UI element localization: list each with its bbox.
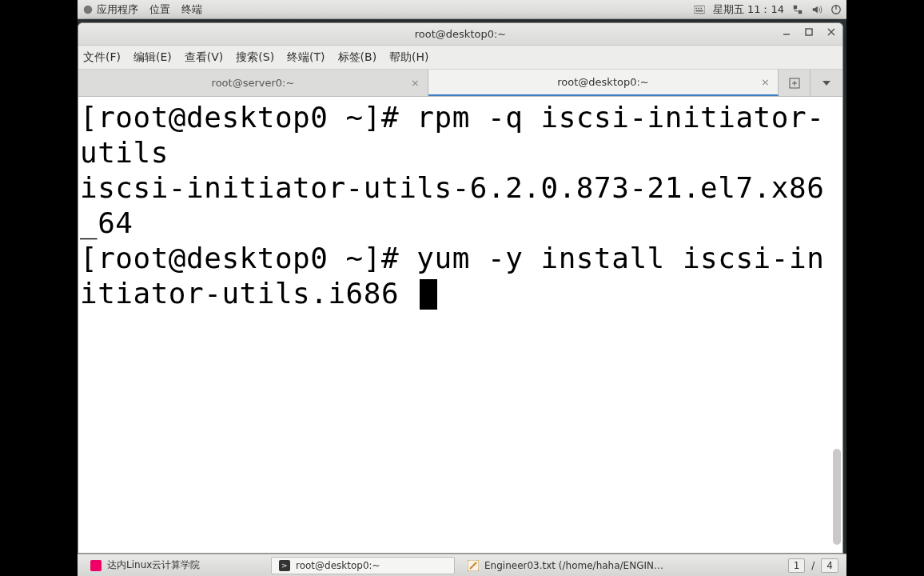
svg-rect-2 [695,7,697,9]
svg-text:>: > [281,562,288,570]
menu-file[interactable]: 文件(F) [83,50,121,65]
menu-search[interactable]: 搜索(S) [236,50,274,65]
applications-label: 应用程序 [97,2,138,17]
menu-view[interactable]: 查看(V) [185,50,224,65]
taskbar-item-label: Engineer03.txt (/home/haha/ENGIN… [484,560,663,571]
applications-menu[interactable]: 应用程序 [82,2,138,17]
network-icon[interactable] [792,4,803,15]
tab-desktop0[interactable]: root@desktop0:~ × [428,70,779,96]
close-button[interactable] [825,26,838,38]
svg-rect-6 [794,5,797,8]
svg-rect-7 [799,10,802,13]
keyboard-icon[interactable] [694,4,705,15]
terminal-cursor [420,279,437,310]
menu-tabs[interactable]: 标签(B) [338,50,377,65]
clock-label[interactable]: 星期五 11：14 [713,2,784,17]
terminal-shortcut-label: 终端 [181,2,202,17]
tab-close-icon[interactable]: × [411,77,420,89]
svg-rect-4 [700,7,702,9]
svg-rect-5 [695,10,703,11]
taskbar-item[interactable]: > root@desktop0:~ [271,557,455,574]
taskbar-item-label: root@desktop0:~ [296,560,380,571]
taskbar-item[interactable]: 达内Linux云计算学院 [82,557,266,574]
workspace-pager[interactable]: 1 / 4 [788,558,842,573]
menu-terminal[interactable]: 终端(T) [287,50,325,65]
power-icon[interactable] [830,4,842,15]
svg-rect-3 [698,7,699,9]
tab-label: root@desktop0:~ [557,76,648,88]
svg-rect-1 [694,6,705,13]
svg-point-0 [84,5,93,14]
gnome-foot-icon [82,4,94,15]
tab-label: root@server0:~ [212,77,295,89]
taskbar-item[interactable]: Engineer03.txt (/home/haha/ENGIN… [460,557,671,574]
new-tab-button[interactable] [779,70,810,96]
maximize-button[interactable] [803,26,815,38]
places-menu[interactable]: 位置 [149,2,170,17]
tab-close-icon[interactable]: × [761,76,770,88]
window-title: root@desktop0:~ [415,28,506,40]
desktop-root: 应用程序 位置 终端 星期五 11：14 [78,0,846,576]
tab-server0[interactable]: root@server0:~ × [78,70,428,96]
taskbar-item-label: 达内Linux云计算学院 [107,558,200,572]
terminal-icon: > [278,559,291,572]
volume-icon[interactable] [811,4,822,15]
menu-help[interactable]: 帮助(H) [389,50,428,65]
places-label: 位置 [149,2,170,17]
svg-rect-17 [90,560,102,571]
text-editor-icon [467,559,480,572]
top-panel: 应用程序 位置 终端 星期五 11：14 [78,0,846,19]
app-icon [90,559,102,572]
terminal-line: [root@desktop0 ~]# rpm -q iscsi-initiato… [80,100,841,170]
terminal-window: root@desktop0:~ 文件(F) 编辑(E) 查看(V) 搜索(S) … [78,22,843,554]
svg-rect-11 [806,29,812,35]
tab-dropdown-button[interactable] [810,70,842,96]
scrollbar-thumb[interactable] [833,449,841,545]
terminal-shortcut[interactable]: 终端 [181,2,202,17]
titlebar[interactable]: root@desktop0:~ [78,23,842,46]
terminal-content[interactable]: [root@desktop0 ~]# rpm -q iscsi-initiato… [78,97,842,553]
minimize-button[interactable] [780,26,793,38]
terminal-line: [root@desktop0 ~]# yum -y install iscsi-… [80,241,841,311]
pager-sep: / [811,560,814,571]
tabbar: root@server0:~ × root@desktop0:~ × [78,70,842,97]
pager-current[interactable]: 1 [788,558,806,573]
pager-total[interactable]: 4 [821,558,838,573]
vertical-scrollbar[interactable] [833,105,841,545]
menu-edit[interactable]: 编辑(E) [133,50,172,65]
terminal-line: iscsi-initiator-utils-6.2.0.873-21.el7.x… [80,170,841,241]
bottom-taskbar: 达内Linux云计算学院 > root@desktop0:~ Engineer0… [78,554,846,576]
menubar: 文件(F) 编辑(E) 查看(V) 搜索(S) 终端(T) 标签(B) 帮助(H… [78,46,842,70]
